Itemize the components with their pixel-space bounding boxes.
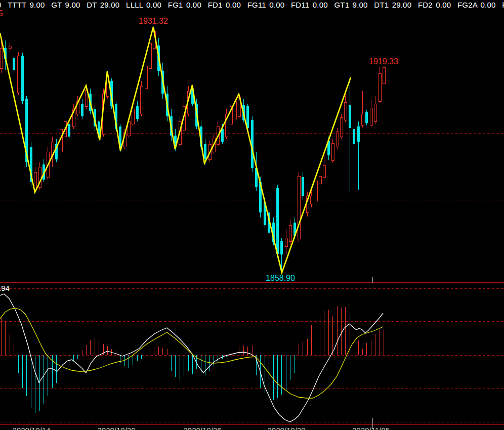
candle-down: [302, 177, 304, 196]
candle-up: [132, 109, 134, 124]
candle-up: [289, 225, 291, 241]
indicator-values-bar: 0 TTTT 9.00 GT 9.00 DT 29.00 LLLL 0.00 F…: [0, 1, 504, 9]
chart-canvas[interactable]: [0, 0, 504, 430]
candle-up: [145, 66, 147, 89]
x-axis-date-label: 2020/10/26: [183, 426, 221, 430]
candle-up: [383, 67, 385, 83]
candle-up: [285, 238, 287, 246]
swing-price-label: 1931.32: [139, 17, 168, 26]
candle-up: [298, 176, 300, 239]
x-axis-date-label: 2020/10/20: [97, 426, 135, 430]
candle-up: [361, 114, 364, 125]
macd-histogram: [2, 306, 384, 413]
candle-down: [13, 58, 15, 70]
candle-up: [323, 165, 325, 177]
candle-up: [0, 48, 3, 68]
candle-down: [21, 56, 24, 101]
candle-down: [276, 188, 279, 254]
candle-down: [357, 126, 360, 142]
candle-down: [353, 129, 355, 144]
candle-down: [349, 105, 351, 128]
candle-up: [140, 86, 143, 114]
candle-up: [331, 143, 334, 160]
diff-line: [0, 294, 383, 422]
candle-down: [221, 129, 224, 142]
left-axis-partial-price: 5: [0, 9, 3, 18]
swing-price-label: 1858.90: [266, 274, 295, 283]
macd-value-readout: .94: [0, 284, 10, 292]
candle-up: [344, 102, 347, 120]
x-axis-date-label: 2020/10/30: [267, 426, 305, 430]
candle-up: [319, 176, 321, 184]
candle-up: [315, 181, 317, 201]
candle-up: [9, 47, 11, 48]
candle-down: [136, 106, 139, 119]
dea-line: [0, 308, 383, 398]
candle-up: [374, 104, 376, 121]
x-axis-date-label: 2020/11/05: [352, 426, 390, 430]
candle-down: [81, 104, 83, 116]
x-axis-date-label: 2020/10/14: [12, 426, 50, 430]
candle-down: [68, 124, 70, 137]
candle-down: [204, 144, 206, 159]
candle-up: [17, 56, 20, 93]
swing-price-label: 1919.33: [369, 57, 398, 66]
candle-up: [379, 73, 381, 101]
trading-chart-window: 0 TTTT 9.00 GT 9.00 DT 29.00 LLLL 0.00 F…: [0, 0, 504, 430]
candle-up: [336, 132, 339, 147]
gridlines: [0, 133, 504, 422]
candle-up: [340, 117, 343, 137]
candle-down: [280, 241, 283, 254]
candle-down: [365, 112, 368, 123]
candlestick-series: [0, 28, 385, 272]
candle-up: [370, 108, 372, 125]
candle-up: [149, 43, 151, 68]
